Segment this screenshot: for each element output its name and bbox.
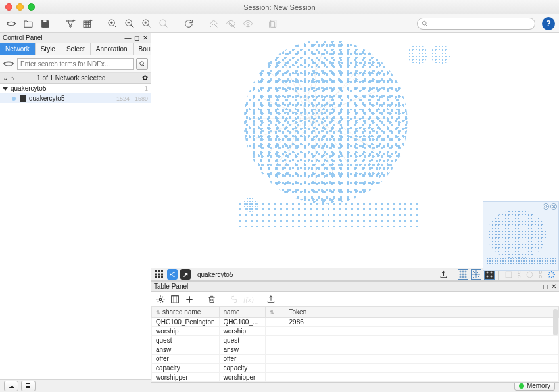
toolbar-search-input[interactable] — [430, 20, 531, 27]
collapse-icon[interactable]: ⌄ — [3, 74, 8, 82]
ndex-icon — [3, 59, 14, 68]
memory-label: Memory — [527, 382, 550, 389]
table-columns-icon[interactable] — [170, 294, 180, 305]
copy-button[interactable] — [266, 16, 280, 31]
tab-network[interactable]: Network — [0, 43, 36, 55]
close-icon[interactable]: ✕ — [143, 34, 148, 41]
tp-minimize-icon[interactable]: — — [533, 283, 539, 290]
table-link-icon[interactable] — [229, 294, 239, 305]
table-row[interactable]: answansw — [152, 345, 559, 355]
svg-rect-5 — [84, 21, 91, 27]
layout-force-icon[interactable] — [471, 269, 481, 280]
tree-child[interactable]: quakercyto5 1524 1589 — [0, 93, 151, 103]
help-button[interactable]: ? — [542, 17, 555, 30]
col-shared-name[interactable]: shared name — [162, 308, 201, 316]
svg-point-53 — [159, 298, 162, 301]
table-row[interactable]: capacitycapacity — [152, 364, 559, 373]
reload-button[interactable] — [182, 16, 196, 31]
data-table[interactable]: ⇅shared name name ⇅ Token QHC100_Peningt… — [151, 306, 559, 383]
tree-root-count: 1 — [144, 85, 148, 92]
svg-point-9 — [160, 20, 166, 26]
minimap-close-icon[interactable]: ✕ — [550, 203, 557, 210]
network-status-text: 1 of 1 Network selected — [37, 74, 106, 82]
ndex-search-input[interactable] — [17, 58, 134, 70]
search-icon — [422, 20, 428, 27]
table-row[interactable]: QHC100_PeningtonQHC100_...2986 — [152, 318, 559, 327]
table-function-icon[interactable]: f(x) — [243, 294, 254, 305]
network-status-row: ⌄ ⌂ 1 of 1 Network selected ✿ — [0, 73, 151, 84]
home-icon[interactable]: ⌂ — [11, 74, 14, 82]
float-icon[interactable]: ◻ — [134, 34, 139, 41]
table-add-icon[interactable] — [184, 294, 195, 305]
table-row[interactable]: questquest — [152, 336, 559, 345]
table-settings-icon[interactable] — [155, 294, 166, 305]
svg-rect-1 — [43, 20, 47, 22]
table-row[interactable]: offeroffer — [152, 355, 559, 364]
col-token[interactable]: Token — [289, 308, 307, 316]
show-all-button[interactable] — [241, 16, 255, 31]
svg-rect-28 — [161, 270, 163, 272]
table-delete-icon[interactable] — [207, 294, 217, 305]
table-scrollbar[interactable] — [553, 309, 558, 335]
birds-eye-view[interactable]: ⟳ ✕ — [483, 201, 559, 271]
chevron-down-icon — [3, 87, 8, 91]
table-export-icon[interactable] — [266, 294, 276, 305]
zoom-in-button[interactable] — [105, 16, 120, 31]
tp-float-icon[interactable]: ◻ — [543, 283, 548, 290]
svg-rect-34 — [161, 276, 163, 278]
import-network-button[interactable] — [63, 16, 78, 31]
sort-icon-2[interactable]: ⇅ — [270, 310, 274, 316]
layout-grid-icon[interactable] — [458, 269, 468, 280]
always-show-graphics-icon[interactable] — [503, 269, 514, 280]
tp-close-icon[interactable]: ✕ — [551, 283, 556, 290]
ndex-logo-icon[interactable] — [4, 16, 18, 31]
node-count: 1524 — [116, 95, 130, 102]
sort-icon[interactable]: ⇅ — [156, 310, 160, 316]
svg-point-49 — [487, 276, 488, 277]
tree-root-label: quakercyto5 — [11, 85, 46, 92]
zoom-out-button[interactable] — [122, 16, 137, 31]
first-neighbors-button[interactable] — [207, 16, 221, 31]
col-name[interactable]: name — [224, 308, 240, 316]
ndex-search-button[interactable] — [136, 58, 148, 70]
zoom-selected-button[interactable] — [157, 16, 171, 31]
open-button[interactable] — [21, 16, 36, 31]
main-toolbar: ? — [0, 14, 559, 33]
svg-rect-29 — [155, 274, 157, 276]
tree-root[interactable]: quakercyto5 1 — [0, 84, 151, 93]
svg-rect-31 — [161, 274, 163, 276]
svg-rect-33 — [158, 276, 160, 278]
bottom-strip — [237, 201, 421, 227]
table-panel: Table Panel — ◻ ✕ f(x) — [151, 281, 559, 379]
grid-view-icon[interactable] — [154, 269, 164, 280]
svg-point-46 — [465, 276, 466, 278]
svg-point-52 — [527, 272, 533, 278]
tab-style[interactable]: Style — [36, 43, 61, 55]
svg-point-38 — [460, 271, 461, 272]
table-row[interactable]: worshipworship — [152, 327, 559, 336]
gear-icon[interactable]: ✿ — [142, 74, 148, 82]
svg-point-13 — [422, 21, 426, 25]
tab-annotation[interactable]: Annotation — [91, 43, 134, 55]
svg-point-44 — [460, 276, 461, 278]
import-table-button[interactable] — [80, 16, 95, 31]
save-button[interactable] — [38, 16, 53, 31]
share-view-icon[interactable] — [167, 269, 178, 280]
cloud-button[interactable]: ☁ — [4, 381, 18, 391]
minimap-refresh-icon[interactable]: ⟳ — [543, 203, 549, 210]
svg-rect-32 — [155, 276, 157, 278]
tab-select[interactable]: Select — [61, 43, 91, 55]
svg-point-39 — [462, 271, 464, 272]
zoom-fit-button[interactable] — [139, 16, 154, 31]
svg-point-41 — [460, 274, 461, 275]
export-icon[interactable] — [438, 269, 449, 280]
network-view[interactable]: ⟳ ✕ — [151, 33, 559, 268]
minimap-content — [487, 210, 547, 259]
list-button[interactable]: ≣ — [21, 381, 36, 391]
minimize-icon[interactable]: — — [124, 34, 131, 41]
low-detail-icon[interactable] — [525, 269, 535, 280]
hide-selected-button[interactable] — [224, 16, 238, 31]
detach-view-icon[interactable]: ↗ — [180, 269, 191, 280]
toolbar-search[interactable] — [417, 18, 535, 30]
table-row[interactable]: worshipperworshipper — [152, 373, 559, 382]
